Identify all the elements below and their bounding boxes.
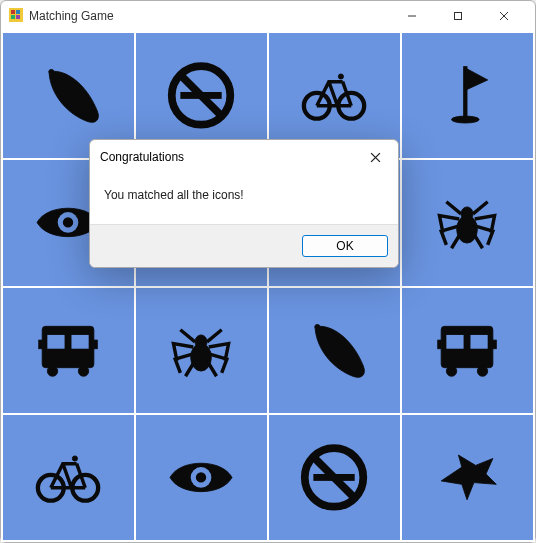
tile-15[interactable] bbox=[402, 415, 533, 540]
tile-12[interactable] bbox=[3, 415, 134, 540]
flag-icon bbox=[431, 61, 503, 130]
tile-11[interactable] bbox=[402, 288, 533, 413]
chili-icon bbox=[298, 316, 370, 385]
svg-rect-25 bbox=[455, 13, 462, 20]
close-button[interactable] bbox=[481, 1, 527, 31]
game-grid bbox=[1, 31, 535, 542]
bus-icon bbox=[32, 316, 104, 385]
spider-icon bbox=[431, 188, 503, 257]
titlebar: Matching Game bbox=[1, 1, 535, 31]
tile-8[interactable] bbox=[3, 288, 134, 413]
bird-icon bbox=[431, 443, 503, 512]
tile-13[interactable] bbox=[136, 415, 267, 540]
tile-14[interactable] bbox=[269, 415, 400, 540]
dialog-close-button[interactable] bbox=[362, 146, 388, 168]
dialog-title: Congratulations bbox=[100, 150, 362, 164]
dialog-titlebar: Congratulations bbox=[90, 140, 398, 174]
minimize-button[interactable] bbox=[389, 1, 435, 31]
eye-icon bbox=[165, 443, 237, 512]
tile-7[interactable] bbox=[402, 160, 533, 285]
window-controls bbox=[389, 1, 527, 31]
bicycle-icon bbox=[32, 443, 104, 512]
tile-3[interactable] bbox=[402, 33, 533, 158]
tile-9[interactable] bbox=[136, 288, 267, 413]
maximize-button[interactable] bbox=[435, 1, 481, 31]
tile-10[interactable] bbox=[269, 288, 400, 413]
no-smoking-icon bbox=[165, 61, 237, 130]
bicycle-icon bbox=[298, 61, 370, 130]
main-window: Matching Game Congratulations You matche… bbox=[0, 0, 536, 543]
no-smoking-icon bbox=[298, 443, 370, 512]
ok-button[interactable]: OK bbox=[302, 235, 388, 257]
app-icon bbox=[9, 8, 23, 25]
bus-icon bbox=[431, 316, 503, 385]
ok-button-label: OK bbox=[336, 239, 353, 253]
dialog-message: You matched all the icons! bbox=[90, 174, 398, 224]
dialog-footer: OK bbox=[90, 224, 398, 267]
window-title: Matching Game bbox=[29, 9, 114, 23]
spider-icon bbox=[165, 316, 237, 385]
chili-icon bbox=[32, 61, 104, 130]
congratulations-dialog: Congratulations You matched all the icon… bbox=[89, 139, 399, 268]
